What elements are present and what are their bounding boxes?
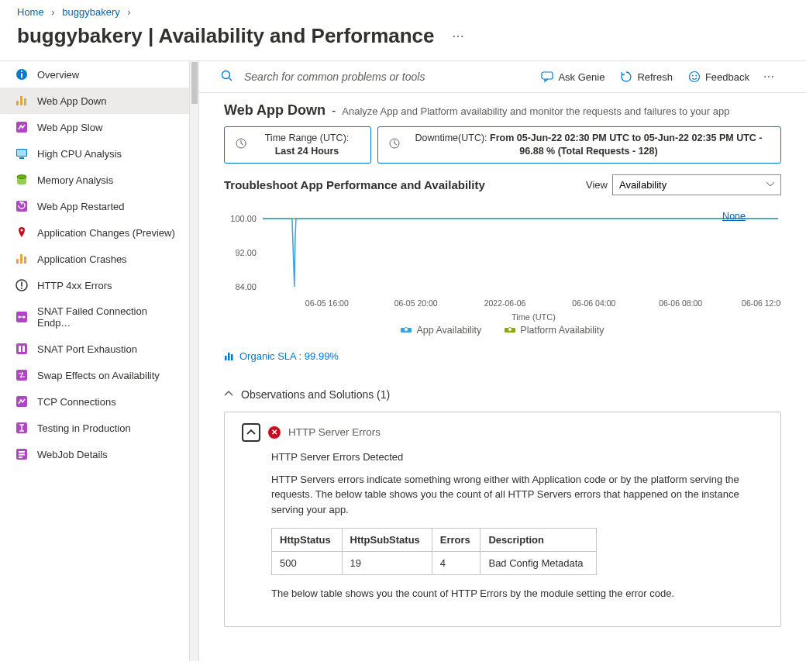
sidebar-item-label: SNAT Failed Connection Endp…	[37, 305, 178, 329]
sidebar-item-web-app-down[interactable]: Web App Down	[0, 88, 189, 114]
svg-rect-4	[20, 96, 22, 105]
sidebar-item-label: Testing in Production	[37, 422, 131, 434]
svg-rect-33	[19, 457, 22, 458]
collapse-button[interactable]	[242, 423, 260, 442]
section-title: Web App Down	[224, 102, 326, 119]
bar-chart-icon	[224, 350, 235, 361]
table-header: HttpSubStatus	[342, 529, 432, 552]
svg-point-38	[692, 75, 694, 77]
svg-text:Time (UTC): Time (UTC)	[512, 312, 556, 322]
time-range-pill[interactable]: Time Range (UTC): Last 24 Hours	[224, 126, 371, 164]
toolbar-more-icon[interactable]: ⋯	[760, 71, 778, 83]
swap-icon	[16, 369, 28, 381]
svg-rect-14	[16, 259, 19, 264]
sidebar-item-crashes[interactable]: Application Crashes	[0, 246, 189, 272]
legend-platform: Platform Availability	[505, 325, 604, 336]
svg-text:92.00: 92.00	[235, 248, 256, 257]
svg-point-19	[21, 288, 22, 289]
tcp-icon	[16, 395, 28, 408]
observations-header[interactable]: Observations and Solutions (1)	[224, 388, 781, 401]
refresh-icon	[620, 71, 632, 83]
svg-rect-54	[225, 356, 227, 360]
svg-rect-3	[16, 101, 19, 105]
clock-icon	[389, 138, 400, 151]
snat-icon	[16, 311, 28, 323]
svg-rect-5	[24, 98, 26, 105]
troubleshoot-title: Troubleshoot App Performance and Availab…	[224, 178, 485, 191]
memory-icon	[16, 174, 28, 186]
sidebar-item-web-app-slow[interactable]: Web App Slow	[0, 114, 189, 140]
breadcrumb-home[interactable]: Home	[17, 6, 44, 18]
svg-rect-24	[16, 343, 27, 354]
webjob-icon	[16, 448, 28, 460]
sla-link[interactable]: Organic SLA : 99.99%	[224, 350, 339, 362]
breadcrumb-sep-icon: ›	[127, 6, 130, 18]
table-row: 500 19 4 Bad Config Metadata	[272, 552, 597, 575]
sidebar: Overview Web App Down Web App Slow High …	[0, 60, 199, 661]
svg-point-39	[695, 75, 697, 77]
refresh-button[interactable]: Refresh	[615, 67, 677, 86]
sidebar-item-webjob[interactable]: WebJob Details	[0, 441, 189, 467]
svg-rect-56	[231, 354, 233, 360]
svg-point-37	[689, 72, 699, 82]
sidebar-item-label: Application Changes (Preview)	[37, 227, 175, 239]
view-label: View	[586, 179, 608, 191]
page-title: buggybakery | Availability and Performan…	[17, 24, 435, 48]
svg-rect-36	[542, 72, 553, 79]
svg-text:2022-06-06: 2022-06-06	[484, 299, 526, 308]
search-input[interactable]	[244, 71, 530, 83]
sidebar-item-label: Overview	[37, 69, 79, 81]
breadcrumb-item[interactable]: buggybakery	[62, 6, 119, 18]
smile-icon	[688, 71, 701, 83]
sidebar-item-restarted[interactable]: Web App Restarted	[0, 193, 189, 219]
svg-text:06-06 12:00: 06-06 12:00	[742, 299, 781, 308]
sidebar-item-high-cpu[interactable]: High CPU Analysis	[0, 140, 189, 167]
sidebar-item-snat-failed[interactable]: SNAT Failed Connection Endp…	[0, 298, 189, 336]
table-header: Description	[480, 529, 597, 552]
sidebar-item-overview[interactable]: Overview	[0, 61, 189, 88]
sidebar-item-http4xx[interactable]: HTTP 4xx Errors	[0, 272, 189, 298]
sidebar-scrollbar[interactable]	[189, 61, 198, 661]
svg-rect-31	[19, 451, 25, 453]
pin-icon	[16, 226, 28, 239]
sidebar-item-memory[interactable]: Memory Analysis	[0, 167, 189, 193]
sidebar-item-testing[interactable]: Testing in Production	[0, 415, 189, 441]
view-select[interactable]: Availability	[612, 174, 781, 195]
main-content: Ask Genie Refresh Feedback ⋯ Web App Dow…	[199, 60, 806, 661]
svg-rect-16	[24, 257, 26, 264]
sidebar-item-label: Web App Slow	[37, 122, 102, 133]
downtime-pill[interactable]: Downtime(UTC): From 05-Jun-22 02:30 PM U…	[377, 126, 781, 164]
title-more-icon[interactable]: ⋯	[447, 29, 469, 43]
error-circle-icon	[16, 279, 28, 291]
svg-rect-1	[21, 74, 22, 78]
errors-table: HttpStatus HttpSubStatus Errors Descript…	[271, 528, 597, 575]
sidebar-item-tcp[interactable]: TCP Connections	[0, 388, 189, 415]
sidebar-item-swap[interactable]: Swap Effects on Availability	[0, 362, 189, 388]
chevron-up-icon	[246, 428, 256, 437]
clock-icon	[236, 138, 246, 151]
svg-rect-9	[19, 157, 24, 159]
observation-subheading: HTTP Server Errors Detected	[271, 451, 754, 463]
observation-card: ✕ HTTP Server Errors HTTP Server Errors …	[224, 412, 781, 627]
sidebar-item-label: Swap Effects on Availability	[37, 370, 160, 381]
sidebar-item-label: WebJob Details	[37, 449, 108, 460]
svg-line-35	[229, 78, 232, 81]
sidebar-item-label: Web App Down	[37, 95, 106, 107]
sidebar-item-snat-port[interactable]: SNAT Port Exhaustion	[0, 336, 189, 362]
sidebar-item-label: Web App Restarted	[37, 201, 125, 212]
svg-rect-25	[19, 346, 21, 352]
ask-genie-button[interactable]: Ask Genie	[536, 67, 609, 86]
error-badge-icon: ✕	[268, 426, 281, 439]
chat-icon	[541, 71, 553, 83]
svg-rect-8	[17, 150, 26, 156]
chart-none-link[interactable]: None	[722, 211, 746, 222]
svg-text:06-05 16:00: 06-05 16:00	[305, 299, 349, 308]
legend-app: App Availability	[401, 325, 481, 336]
section-desc: Analyze App and Platform availability an…	[342, 105, 729, 117]
svg-text:100.00: 100.00	[230, 214, 257, 223]
svg-text:06-05 20:00: 06-05 20:00	[394, 299, 438, 308]
svg-rect-15	[20, 254, 22, 264]
feedback-button[interactable]: Feedback	[684, 67, 754, 86]
sidebar-item-app-changes[interactable]: Application Changes (Preview)	[0, 219, 189, 246]
sidebar-item-label: SNAT Port Exhaustion	[37, 343, 137, 355]
